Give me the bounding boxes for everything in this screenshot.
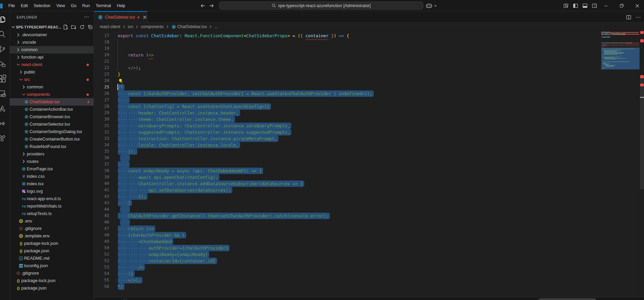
menu-help[interactable]: Help — [114, 2, 128, 9]
code-editor[interactable]: 1718192021222324252627282930313233343536… — [94, 31, 644, 297]
tree-folder--devcontainer[interactable]: .devcontainer — [10, 31, 94, 39]
activity-search[interactable] — [0, 30, 6, 39]
menu-run[interactable]: Run — [79, 2, 93, 9]
tree-file--gitignore[interactable]: .gitignore — [10, 225, 94, 232]
tree-item-label: logo.svg — [27, 189, 43, 194]
tree-folder-react-client[interactable]: react-client — [10, 61, 94, 68]
menu-terminal[interactable]: Terminal — [93, 2, 114, 9]
tree-folder-function-api[interactable]: function-api — [10, 53, 94, 61]
minimize-window-button[interactable] — [598, 0, 614, 11]
breadcrumb-item[interactable]: ChatSidebar.tsx — [177, 24, 207, 29]
code-token-comment: suggestedPrompts: ChatController.instanc… — [138, 130, 290, 135]
tree-file-package-lock-json[interactable]: {}package-lock.json — [10, 240, 94, 247]
code-token — [118, 65, 128, 70]
menu-go[interactable]: Go — [68, 2, 79, 9]
whitespace-dots: ···· — [118, 168, 128, 173]
activity-source-control[interactable] — [0, 45, 6, 53]
tree-file-react-app-env-d-ts[interactable]: TSreact-app-env.d.ts — [10, 195, 94, 202]
tree-file-readme-md[interactable]: README.md — [10, 255, 94, 262]
tree-file-chatsidebar-tsx[interactable]: ChatSidebar.tsx4 — [10, 98, 94, 106]
tree-file--template-env[interactable]: .template.env — [10, 232, 94, 240]
refresh-button[interactable] — [79, 24, 85, 30]
scrollbar-slider[interactable] — [640, 75, 644, 189]
tree-file--gitignore[interactable]: .gitignore — [10, 270, 94, 277]
toggle-primary-sidebar-button[interactable] — [573, 3, 578, 8]
toggle-panel-button[interactable] — [582, 3, 588, 8]
tree-file--env[interactable]: .env — [10, 217, 94, 225]
activity-extensions[interactable] — [0, 74, 6, 83]
new-file-button[interactable] — [63, 24, 68, 30]
tree-file-package-lock-json[interactable]: {}package-lock.json — [10, 277, 94, 284]
tree-file-errorpage-tsx[interactable]: ErrorPage.tsx — [10, 165, 94, 173]
tree-file-createcontainerbutton-tsx[interactable]: CreateContainerButton.tsx — [10, 135, 94, 143]
minimap-error-mark — [623, 34, 639, 35]
minimap-slider[interactable] — [601, 42, 640, 69]
lightbulb-icon[interactable] — [118, 78, 123, 84]
copilot-menu-button[interactable] — [426, 2, 437, 9]
activity-explorer[interactable] — [0, 15, 6, 24]
tree-folder-components[interactable]: components — [10, 91, 94, 98]
tree-folder-common[interactable]: common — [10, 83, 94, 91]
code-token-comment: locale: ChatController.instance.locale, — [138, 143, 239, 148]
go-back-button[interactable] — [200, 3, 206, 8]
menu-view[interactable]: View — [53, 2, 68, 9]
editor-more-actions-button[interactable] — [636, 15, 641, 20]
go-forward-button[interactable] — [209, 3, 214, 8]
tree-folder-providers[interactable]: providers — [10, 150, 94, 158]
new-folder-button[interactable] — [71, 24, 76, 30]
tree-file-package-json[interactable]: {}package.json — [10, 247, 94, 255]
menu-selection[interactable]: Selection — [31, 2, 54, 9]
activity-azure[interactable] — [0, 104, 6, 113]
json-icon: {} — [18, 248, 24, 254]
code-token — [336, 33, 339, 38]
breadcrumb-item[interactable]: react-client — [100, 24, 120, 29]
tree-folder--vscode[interactable]: .vscode — [10, 39, 94, 46]
tree-file-routenotfound-tsx[interactable]: RouteNotFound.tsx — [10, 143, 94, 150]
customize-layout-button[interactable] — [563, 3, 569, 8]
breadcrumb-item[interactable]: components — [141, 24, 164, 29]
breadcrumb-item[interactable]: src — [128, 24, 134, 29]
tree-folder-src[interactable]: src — [10, 76, 94, 83]
tab-close-button[interactable] — [142, 15, 148, 20]
tab-chatsidebar[interactable]: ChatSidebar.tsx 4 — [94, 11, 148, 23]
panel-scrollbar-thumb[interactable] — [539, 298, 596, 300]
tree-file-reportwebvitals-ts[interactable]: TSreportWebVitals.ts — [10, 202, 94, 210]
tree-file-setuptests-ts[interactable]: TSsetupTests.ts — [10, 210, 94, 217]
explorer-sidebar: EXPLORER SPE-TYPESCRIPT-REAC... .devcont… — [10, 11, 94, 300]
minimap[interactable] — [601, 31, 640, 297]
tree-file-containersettingsdialog-tsx[interactable]: ContainerSettingsDialog.tsx — [10, 128, 94, 135]
toggle-secondary-sidebar-icon — [592, 3, 597, 8]
tree-folder-common[interactable]: common — [10, 46, 94, 53]
split-editor-button[interactable] — [626, 15, 631, 20]
close-window-button[interactable] — [629, 0, 644, 11]
menu-edit[interactable]: Edit — [18, 2, 31, 9]
restore-window-button[interactable] — [614, 0, 629, 11]
tree-file-index-tsx[interactable]: index.tsx — [10, 180, 94, 188]
tree-file-containerselector-tsx[interactable]: ContainerSelector.tsx — [10, 121, 94, 128]
command-center-search[interactable]: spe-typescript-react-azurefunction [Admi… — [219, 2, 423, 9]
menu-file[interactable]: File — [5, 2, 18, 9]
toggle-secondary-sidebar-button[interactable] — [592, 3, 597, 8]
tree-file-package-json[interactable]: {}package.json — [10, 284, 94, 292]
tree-file-tsconfig-json[interactable]: TStsconfig.json — [10, 262, 94, 270]
explorer-more-actions-button[interactable] — [84, 14, 89, 20]
explorer-section-actions — [63, 24, 93, 30]
activity-github-actions[interactable] — [0, 119, 6, 128]
code-token-comment: theme: ChatController.instance.theme, — [138, 117, 233, 122]
collapse-all-button[interactable] — [87, 24, 93, 30]
whitespace-dots: ········ — [118, 110, 138, 115]
tree-file-logo-svg[interactable]: logo.svg — [10, 188, 94, 195]
tree-folder-routes[interactable]: routes — [10, 158, 94, 165]
tree-file-containerbrowser-tsx[interactable]: ContainerBrowser.tsx — [10, 113, 94, 121]
react-icon — [24, 114, 29, 120]
tree-folder-public[interactable]: public — [10, 68, 94, 76]
activity-remote-explorer[interactable] — [0, 89, 6, 98]
activity-run-and-debug[interactable] — [0, 60, 6, 68]
tree-file-index-css[interactable]: #index.css — [10, 173, 94, 180]
tree-file-containeractionbar-tsx[interactable]: ContainerActionBar.tsx — [10, 106, 94, 113]
tree-item-label: ContainerActionBar.tsx — [30, 107, 73, 112]
explorer-section-header[interactable]: SPE-TYPESCRIPT-REAC... — [10, 23, 94, 31]
breadcrumb-item[interactable]: ... — [214, 24, 218, 29]
activity-test-explorer[interactable] — [0, 134, 6, 143]
overview-ruler-scrollbar[interactable] — [640, 31, 644, 297]
